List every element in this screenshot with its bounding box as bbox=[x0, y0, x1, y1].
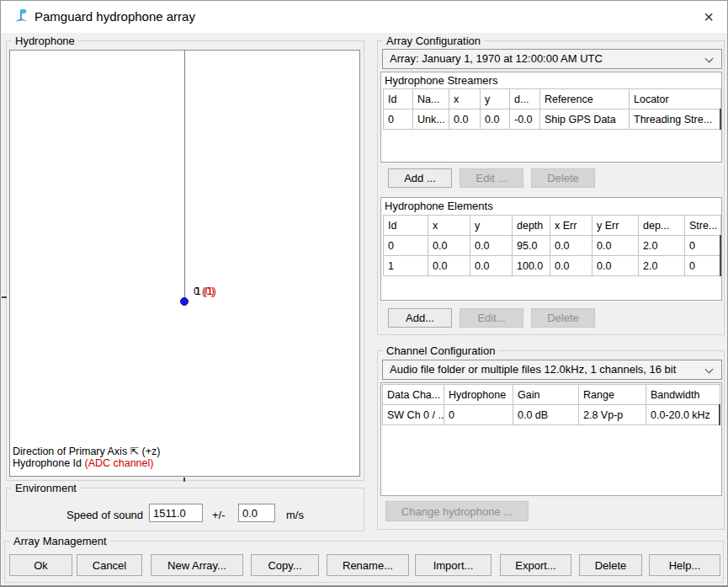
column-header[interactable]: Hydrophone bbox=[444, 385, 513, 405]
streamer-delete-button: Delete bbox=[531, 168, 595, 188]
pamguard-logo-icon bbox=[13, 8, 29, 25]
dialog-window: Pamguard hydrophone array × Hydrophone E… bbox=[0, 0, 728, 587]
table-cell: 0.0 bbox=[550, 256, 592, 276]
column-header[interactable]: x Err bbox=[550, 216, 592, 236]
table-cell: 2.0 bbox=[639, 236, 685, 256]
legend-red-part: (ADC channel) bbox=[84, 457, 153, 469]
table-cell: Unk... bbox=[413, 109, 449, 130]
column-header[interactable]: Stre... bbox=[685, 216, 721, 236]
table-row[interactable]: 10.00.0100.00.00.02.00 bbox=[384, 256, 721, 276]
speed-of-sound-label: Speed of sound bbox=[66, 509, 143, 521]
table-cell: 0.0 bbox=[592, 256, 639, 276]
elements-panel: Hydrophone Elements Idxydepthx Erry Errd… bbox=[380, 197, 722, 301]
channel-panel: Data Cha...HydrophoneGainRangeBandwidthS… bbox=[380, 382, 722, 496]
delete-array-button[interactable]: Delete bbox=[579, 554, 642, 576]
table-cell: 0.0 bbox=[428, 236, 470, 256]
environment-group-label: Environment bbox=[12, 482, 80, 494]
cancel-button[interactable]: Cancel bbox=[77, 554, 142, 576]
column-header[interactable]: Bandwidth bbox=[646, 385, 720, 405]
column-header[interactable]: Gain bbox=[513, 385, 579, 405]
table-cell: 0.0 bbox=[470, 256, 513, 276]
table-cell: SW Ch 0 / ... bbox=[383, 405, 444, 425]
elements-table: Idxydepthx Erry Errdep...Stre...00.00.09… bbox=[383, 215, 721, 276]
table-cell: 0.0 bbox=[449, 109, 481, 130]
streamer-edit-button: Edit ... bbox=[460, 168, 523, 188]
column-header[interactable]: Reference bbox=[540, 89, 630, 109]
table-cell: 100.0 bbox=[513, 256, 550, 276]
new-array-button[interactable]: New Array... bbox=[151, 554, 243, 576]
table-cell: 0.0 bbox=[470, 236, 513, 256]
marker-id: 1 bbox=[195, 285, 201, 297]
table-row[interactable]: 0Unk...0.00.0-0.0Ship GPS DataThreading … bbox=[384, 109, 721, 130]
column-header[interactable]: x bbox=[428, 216, 470, 236]
column-header[interactable]: Id bbox=[384, 89, 413, 109]
column-header[interactable]: Id bbox=[384, 216, 428, 236]
table-cell: 95.0 bbox=[513, 236, 550, 256]
column-header[interactable]: Na... bbox=[413, 89, 449, 109]
column-header[interactable]: Locator bbox=[630, 89, 721, 109]
table-cell: 0.0-20.0 kHz bbox=[646, 405, 720, 425]
table-cell: 0 bbox=[685, 236, 721, 256]
audio-source-value: Audio file folder or multiple files 12.0… bbox=[390, 363, 676, 376]
streamers-table: IdNa...xyd...ReferenceLocator0Unk...0.00… bbox=[383, 88, 721, 130]
channel-configuration-group-label: Channel Configuration bbox=[383, 344, 498, 357]
legend-black-part: Hydrophone Id bbox=[13, 457, 84, 469]
table-cell: 0.0 bbox=[428, 256, 470, 276]
ok-button[interactable]: Ok bbox=[9, 554, 72, 576]
axis-tick bbox=[2, 296, 7, 298]
table-row[interactable]: 00.00.095.00.00.02.00 bbox=[384, 236, 721, 256]
column-header[interactable]: d... bbox=[510, 89, 540, 109]
streamer-add-button[interactable]: Add ... bbox=[388, 168, 452, 188]
table-row[interactable]: SW Ch 0 / ...00.0 dB2.8 Vp-p0.0-20.0 kHz bbox=[383, 405, 720, 425]
title-bar: Pamguard hydrophone array × bbox=[1, 1, 727, 33]
hydrophone-id-legend: Hydrophone Id (ADC channel) bbox=[13, 457, 153, 469]
column-header[interactable]: x bbox=[449, 89, 481, 109]
column-header[interactable]: dep... bbox=[639, 216, 685, 236]
channel-table: Data Cha...HydrophoneGainRangeBandwidthS… bbox=[382, 384, 720, 425]
window-title: Pamguard hydrophone array bbox=[35, 9, 195, 24]
array-select-value: Array: January 1, 1970 at 12:00:00 AM UT… bbox=[390, 52, 603, 65]
speed-of-sound-input[interactable] bbox=[149, 504, 203, 522]
element-add-button[interactable]: Add... bbox=[388, 308, 452, 328]
table-cell: 2.8 Vp-p bbox=[579, 405, 646, 425]
close-icon[interactable]: × bbox=[694, 5, 723, 29]
hydrophone-marker bbox=[180, 297, 189, 306]
primary-axis-legend: Direction of Primary Axis ⇱ (+z) bbox=[13, 445, 160, 457]
table-cell: 0 bbox=[384, 236, 428, 256]
column-header[interactable]: y bbox=[481, 89, 510, 109]
table-header-row: IdNa...xyd...ReferenceLocator bbox=[384, 89, 721, 109]
array-configuration-group-label: Array Configuration bbox=[383, 35, 484, 47]
import-button[interactable]: Import... bbox=[415, 554, 492, 576]
marker-channel: (1) bbox=[204, 285, 216, 297]
streamers-panel: Hydrophone Streamers IdNa...xyd...Refere… bbox=[380, 72, 722, 163]
hydrophone-marker-label: 1 (1) bbox=[195, 285, 216, 297]
export-button[interactable]: Export... bbox=[500, 554, 571, 576]
table-cell: 0.0 bbox=[550, 236, 592, 256]
copy-button[interactable]: Copy... bbox=[251, 554, 319, 576]
element-delete-button: Delete bbox=[531, 308, 595, 328]
streamers-panel-title: Hydrophone Streamers bbox=[385, 74, 497, 87]
column-header[interactable]: depth bbox=[513, 216, 550, 236]
chevron-down-icon bbox=[705, 55, 714, 63]
audio-source-dropdown[interactable]: Audio file folder or multiple files 12.0… bbox=[382, 360, 722, 380]
rename-button[interactable]: Rename... bbox=[327, 554, 409, 576]
unit-label: m/s bbox=[286, 509, 304, 521]
help-button[interactable]: Help... bbox=[649, 554, 720, 576]
axis-tick bbox=[183, 478, 185, 482]
column-header[interactable]: y bbox=[470, 216, 513, 236]
column-header[interactable]: Range bbox=[579, 385, 646, 405]
table-cell: 2.0 bbox=[639, 256, 685, 276]
array-select-dropdown[interactable]: Array: January 1, 1970 at 12:00:00 AM UT… bbox=[382, 49, 722, 69]
change-hydrophone-button: Change hydrophone ... bbox=[385, 501, 529, 521]
table-cell: 1 bbox=[384, 256, 428, 276]
column-header[interactable]: y Err bbox=[592, 216, 639, 236]
streamer-cable-line bbox=[184, 51, 185, 302]
table-cell: 0.0 dB bbox=[513, 405, 579, 425]
table-header-row: Data Cha...HydrophoneGainRangeBandwidth bbox=[383, 385, 720, 405]
column-header[interactable]: Data Cha... bbox=[383, 385, 444, 405]
table-cell: 0.0 bbox=[481, 109, 510, 130]
sound-speed-error-input[interactable] bbox=[238, 504, 275, 522]
hydrophone-group-label: Hydrophone bbox=[12, 35, 78, 47]
table-cell: Ship GPS Data bbox=[540, 109, 630, 130]
table-cell: 0 bbox=[384, 109, 413, 130]
